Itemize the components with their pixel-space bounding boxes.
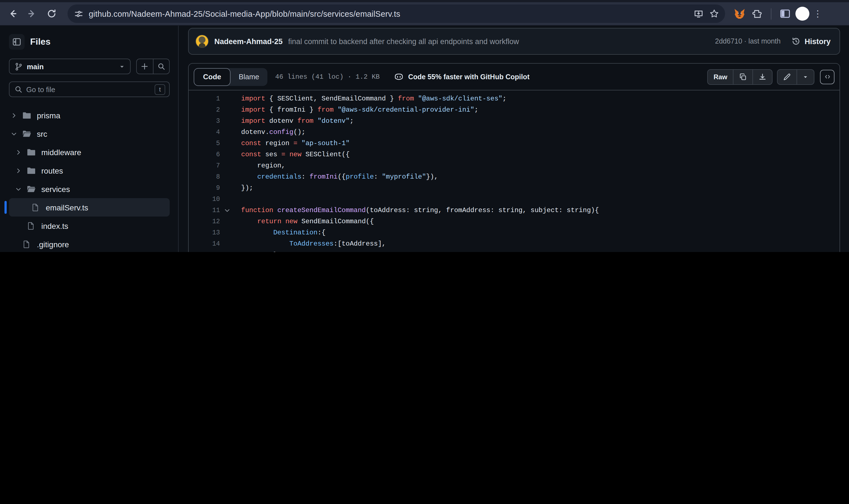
symbols-panel-button[interactable] [820,70,834,84]
line-number[interactable]: 9 [189,182,220,194]
tree-item-emailserv-ts[interactable]: emailServ.ts [9,198,170,217]
folder-open-icon [27,184,36,193]
code-text[interactable]: return new SendEmailCommand({ [234,216,374,227]
tree-item-middleware[interactable]: middleware [9,143,170,161]
line-number[interactable]: 13 [189,227,220,238]
code-text[interactable]: Destination:{ [234,227,325,238]
chevron-right-icon[interactable] [10,112,18,119]
toolbar-divider [771,8,772,19]
code-line: 13 Destination:{ [189,227,839,238]
code-text[interactable]: region, [234,160,285,172]
pencil-icon [783,73,791,80]
author-avatar[interactable] [195,35,209,48]
line-number[interactable]: 4 [189,127,220,138]
branch-name: main [27,62,119,71]
metamask-extension-icon[interactable] [732,6,747,21]
tree-item-label: src [37,129,47,138]
extensions-puzzle-icon[interactable] [749,6,765,21]
browser-menu-icon[interactable]: ⋮ [812,8,823,19]
new-file-button[interactable] [137,59,153,74]
edit-button[interactable] [778,70,796,84]
code-body: 1import { SESClient, SendEmailCommand } … [189,90,839,252]
code-text[interactable]: }); [234,182,253,194]
line-number[interactable]: 7 [189,160,220,172]
chevron-down-icon[interactable] [15,185,22,192]
back-icon[interactable] [4,6,20,21]
forward-icon[interactable] [24,6,40,21]
line-number[interactable]: 15 [189,250,220,252]
tree-item-index-ts[interactable]: index.ts [9,217,170,235]
history-label: History [805,37,831,46]
files-panel-title: Files [30,37,51,47]
code-text[interactable]: import dotenv from "dotenv"; [234,115,354,127]
shortcut-key-badge: t [155,84,165,95]
download-button[interactable] [753,70,772,84]
history-button[interactable]: History [792,37,831,46]
code-text[interactable]: dotenv.config(); [234,127,306,138]
browser-profile-avatar[interactable] [795,7,809,21]
tab-blame[interactable]: Blame [231,68,267,86]
chevron-right-icon[interactable] [15,167,22,174]
file-meta-info: 46 lines (41 loc) · 1.2 KB [275,73,380,80]
code-text[interactable]: import { fromIni } from "@aws-sdk/creden… [234,104,478,115]
commit-message[interactable]: final commit to backend after checking a… [288,37,706,46]
code-line: 14 ToAddresses:[toAddress], [189,238,839,250]
tree-item-label: index.ts [41,221,68,230]
collapse-sidebar-icon[interactable] [9,34,24,50]
tree-item-label: prisma [37,111,60,120]
tree-item-prisma[interactable]: prisma [9,106,170,124]
line-number[interactable]: 2 [189,104,220,115]
search-icon [15,85,22,93]
tree-item-label: emailServ.ts [46,203,88,212]
raw-button[interactable]: Raw [708,70,733,84]
url-bar[interactable]: github.com/Nadeem-Ahmad-25/Social-media-… [68,4,725,23]
reload-icon[interactable] [43,6,59,21]
chevron-right-icon[interactable] [15,149,22,156]
line-number[interactable]: 6 [189,149,220,160]
tree-item-services[interactable]: services [9,180,170,198]
go-to-file-input[interactable]: Go to file t [9,82,170,97]
install-app-icon[interactable] [690,6,706,21]
line-number[interactable]: 1 [189,93,220,104]
tree-item-routes[interactable]: routes [9,161,170,180]
tree-item-src[interactable]: src [9,124,170,143]
code-text[interactable]: credentials: fromIni({profile: "myprofil… [234,172,438,182]
commit-hash-time[interactable]: 2dd6710 · last month [715,37,781,45]
line-number[interactable]: 3 [189,115,220,127]
files-sidebar: Files main Go to [0,26,179,252]
chevron-down-icon[interactable] [10,130,18,137]
code-text[interactable]: function createSendEmailCommand(toAddres… [234,205,599,216]
bookmark-star-icon[interactable] [706,6,722,21]
line-number[interactable]: 11 [189,205,220,216]
code-view-card: Code Blame 46 lines (41 loc) · 1.2 KB Co… [188,63,840,252]
edit-dropdown-button[interactable] [796,70,814,84]
line-number[interactable]: 10 [189,194,220,205]
code-text[interactable]: const ses = new SESClient({ [234,149,350,160]
tree-item-label: routes [41,166,63,175]
site-info-icon[interactable] [74,9,83,18]
tree-item--gitignore[interactable]: .gitignore [9,235,170,252]
tab-code[interactable]: Code [194,68,231,86]
line-number[interactable]: 12 [189,216,220,227]
code-text[interactable]: }, [234,250,281,252]
line-number[interactable]: 8 [189,172,220,182]
copy-icon [739,73,747,80]
search-tree-button[interactable] [153,59,169,74]
url-text[interactable]: github.com/Nadeem-Ahmad-25/Social-media-… [89,9,690,18]
line-number[interactable]: 5 [189,138,220,149]
branch-selector[interactable]: main [9,59,131,74]
tree-item-label: .gitignore [37,240,69,249]
commit-author[interactable]: Nadeem-Ahmad-25 [214,37,283,46]
line-number[interactable]: 14 [189,238,220,250]
code-text[interactable]: const region = "ap-south-1" [234,138,350,149]
side-panel-icon[interactable] [778,6,793,21]
code-text[interactable]: ToAddresses:[toAddress], [234,238,386,250]
code-blame-tabs: Code Blame [194,68,267,86]
fold-chevron-icon[interactable] [220,207,234,214]
download-icon [759,73,766,80]
copilot-banner[interactable]: Code 55% faster with GitHub Copilot [394,72,529,82]
copy-raw-button[interactable] [733,70,753,84]
plus-icon [141,62,149,70]
code-text[interactable]: import { SESClient, SendEmailCommand } f… [234,93,507,104]
branch-icon [15,62,23,71]
